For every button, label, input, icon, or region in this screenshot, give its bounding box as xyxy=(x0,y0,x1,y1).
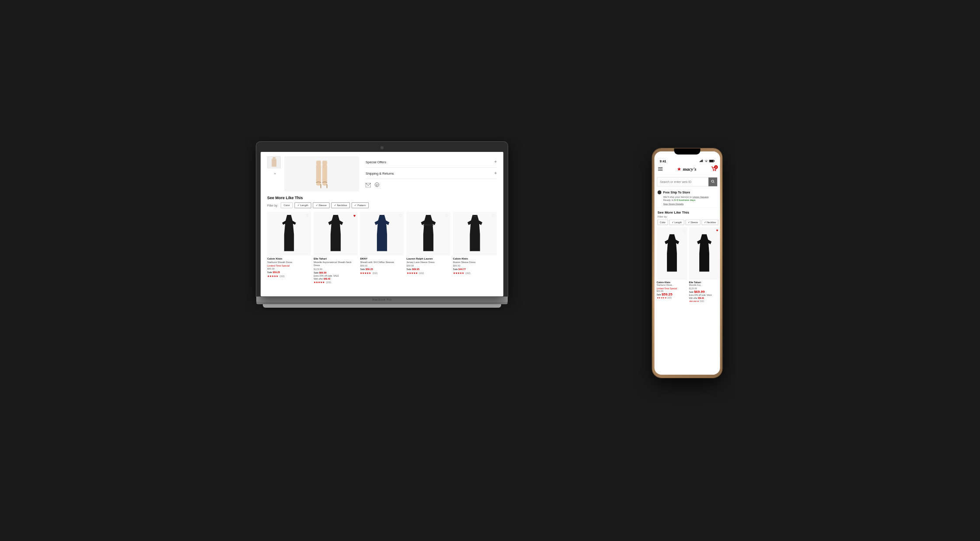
phone-sale-price-2: $69.99 xyxy=(694,290,704,294)
phone-sale-label-2: Sale xyxy=(689,291,694,293)
product-image-3: ♡ xyxy=(360,212,404,256)
filter-pattern-btn[interactable]: ✓ Pattern xyxy=(351,203,368,208)
filter-sleeve-btn[interactable]: ✓ Sleeve xyxy=(313,203,329,208)
phone-sale-price-1: $59.25 xyxy=(661,292,672,296)
ship-days: 6-9 business days xyxy=(674,198,695,201)
wifi-icon xyxy=(704,160,708,163)
svg-rect-14 xyxy=(699,162,700,162)
macys-logo[interactable]: ★ macy's xyxy=(677,166,696,172)
special-offers-accordion[interactable]: Special Offers + xyxy=(366,156,497,168)
cart-button[interactable]: 2 xyxy=(711,166,716,172)
phone-filter-length[interactable]: ✓ Length xyxy=(669,220,684,225)
laptop: ⌄ xyxy=(256,142,508,308)
svg-rect-17 xyxy=(702,160,703,162)
sale-price-3: $59.25 xyxy=(365,268,373,270)
macys-brand-text: macy's xyxy=(683,166,696,172)
wishlist-btn-5[interactable]: ♡ xyxy=(492,214,495,218)
ready-text: Ready in xyxy=(663,198,674,201)
scroll-down-btn[interactable]: ⌄ xyxy=(267,170,282,176)
phone-filter-label: Filter by: xyxy=(654,215,720,220)
phone-sale-2: Sale $69.99 xyxy=(689,290,719,294)
phone-screen: 9:41 xyxy=(654,151,720,375)
search-button[interactable] xyxy=(708,178,717,186)
phone-notch xyxy=(674,148,700,155)
svg-rect-1 xyxy=(272,159,276,166)
svg-point-27 xyxy=(715,170,715,171)
price-sale-2: Sale $69.99 xyxy=(314,270,357,274)
social-share: P xyxy=(366,183,497,188)
filter-row: Filter by: Color ✓ Length ✓ Sleeve ✓ Nec… xyxy=(267,203,497,208)
phone-section-title: See More Like This xyxy=(654,208,720,215)
pinterest-share-icon[interactable]: P xyxy=(374,183,380,188)
hamburger-menu-icon[interactable] xyxy=(658,167,663,172)
shipping-returns-accordion[interactable]: Shipping & Returns + xyxy=(366,168,497,179)
ship-store-name[interactable]: Union Square xyxy=(692,195,708,198)
wishlist-btn-3[interactable]: ♡ xyxy=(398,214,402,218)
see-store-details-link[interactable]: See Store Details xyxy=(663,202,717,205)
product-brand-1: Calvin Klein xyxy=(267,257,311,260)
product-brand-4: Lauren Ralph Lauren xyxy=(406,257,450,260)
svg-point-6 xyxy=(316,183,321,186)
email-share-icon[interactable] xyxy=(366,183,371,188)
extra-offer-2: Extra 15% off code: SALE xyxy=(314,274,357,277)
stars-row-5: ★★★★★ (102) xyxy=(453,271,496,275)
products-grid: ♡ Calvin Klein Starburst Shea xyxy=(267,212,497,284)
stars-row-4: ★★★★★ (102) xyxy=(406,271,450,275)
reviews-4: (102) xyxy=(419,272,424,275)
phone-filter-sleeve[interactable]: ✓ Sleeve xyxy=(685,220,700,225)
filter-color-btn[interactable]: Color xyxy=(280,203,292,208)
product-name-1: Starburst Sheath Dress xyxy=(267,260,311,263)
svg-text:P: P xyxy=(376,183,378,187)
sale-label-2: Sale xyxy=(314,271,319,274)
phone-stars-1: ★★★★★ (102) xyxy=(656,297,687,299)
filter-length-btn[interactable]: ✓ Length xyxy=(294,203,311,208)
product-card-3: ♡ DKNY Sheath with 3/4 Chiffon Sleeves $… xyxy=(360,212,404,284)
stars-1: ★★★★★ xyxy=(267,275,278,278)
svg-rect-23 xyxy=(658,167,663,168)
product-image-5: ♡ xyxy=(453,212,496,256)
price-sale-3: Sale $59.25 xyxy=(360,267,404,271)
laptop-camera xyxy=(380,146,384,149)
svg-line-29 xyxy=(713,182,714,183)
phone-stars-2: ★★★★★ (102) xyxy=(689,300,719,302)
phone-wishlist-1[interactable]: ♡ xyxy=(683,228,686,233)
product-card-2: ♥ Elie Tahari Mozelle Asymmetrical Sheat… xyxy=(314,212,357,284)
thumbnail-1[interactable] xyxy=(267,156,281,169)
section-title: See More Like This xyxy=(267,196,497,200)
sale-price-1: $59.25 xyxy=(272,271,280,274)
status-time: 9:41 xyxy=(659,159,666,163)
phone-wishlist-2[interactable]: ♥ xyxy=(716,228,718,232)
phone-filter-color[interactable]: Color xyxy=(657,220,668,225)
svg-rect-25 xyxy=(658,170,663,170)
svg-rect-5 xyxy=(322,165,327,183)
special-offers-label: Special Offers xyxy=(366,160,386,164)
svg-rect-0 xyxy=(272,157,276,159)
see-more-section: See More Like This Filter by: Color ✓ Le… xyxy=(267,196,497,284)
wishlist-btn-2[interactable]: ♥ xyxy=(353,214,356,218)
stars-row-2: ★★★★★ (102) xyxy=(314,280,357,284)
stars-4: ★★★★★ xyxy=(406,272,417,274)
product-brand-5: Calvin Klein xyxy=(453,257,496,260)
laptop-screen: ⌄ xyxy=(261,152,503,296)
wishlist-btn-1[interactable]: ♡ xyxy=(306,214,309,218)
search-input[interactable] xyxy=(657,178,708,186)
wishlist-btn-4[interactable]: ♡ xyxy=(445,214,448,218)
phone-products-grid: ♡ Calvin Klein Starburst Sheat... Limite… xyxy=(654,227,720,302)
svg-rect-24 xyxy=(658,169,663,169)
svg-rect-4 xyxy=(316,165,321,183)
price-sale-4: Sale $69.95 xyxy=(406,267,450,271)
product-name-5: Illusion Sleeve Dress xyxy=(453,260,496,263)
offer-price-2: $59.49 xyxy=(323,278,330,280)
phone-prod-name-1: Starburst Sheat... xyxy=(656,284,687,287)
price-sale-1: Sale $59.25 xyxy=(267,270,311,274)
ship-icon xyxy=(657,190,661,194)
svg-point-26 xyxy=(713,170,714,171)
sale-price-4: $69.95 xyxy=(412,268,419,270)
phone-extra-2: Extra 15% off code: SALE xyxy=(689,294,719,297)
filter-neckline-btn[interactable]: ✓ Neckline xyxy=(331,203,350,208)
accordion-expand-icon-2: + xyxy=(494,171,497,176)
product-name-2: Mozelle Asymmetrical Sheath-Neck Dress xyxy=(314,260,357,267)
phone-filter-neckline[interactable]: ✓ Neckline xyxy=(701,220,718,225)
product-info: Special Offers + Shipping & Returns + xyxy=(366,156,497,191)
phone-header: ★ macy's 2 xyxy=(654,164,720,175)
